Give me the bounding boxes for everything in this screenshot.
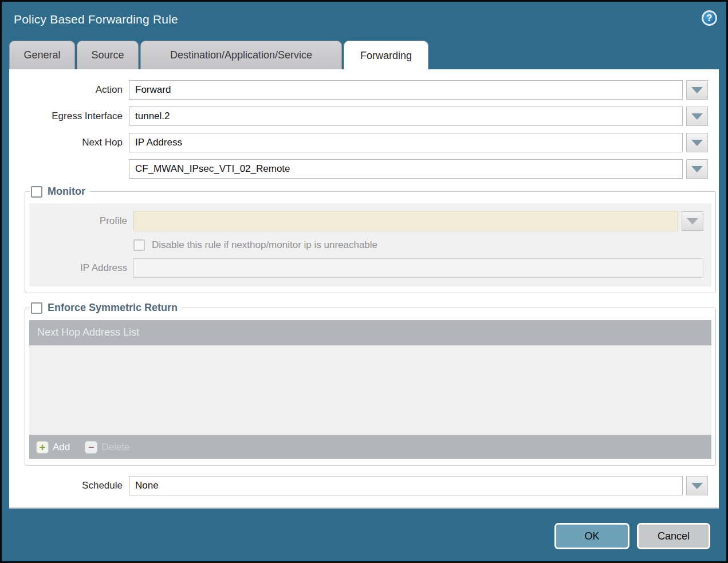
dialog-footer: OK Cancel (554, 523, 710, 549)
egress-interface-label: Egress Interface (9, 111, 123, 122)
action-select[interactable]: Forward (129, 80, 683, 100)
tab-general[interactable]: General (9, 41, 75, 69)
schedule-row: Schedule None (9, 476, 708, 495)
profile-label: Profile (29, 215, 127, 227)
delete-button-label: Delete (101, 442, 129, 453)
help-icon[interactable]: ? (702, 10, 717, 26)
tab-destination-application-service[interactable]: Destination/Application/Service (140, 41, 342, 69)
monitor-disabled-panel: Profile Disable this rule if nexthop/mon… (29, 203, 711, 286)
policy-based-forwarding-dialog: Policy Based Forwarding Rule ? General S… (0, 0, 728, 563)
add-button[interactable]: + Add (36, 441, 70, 454)
chevron-down-icon (691, 166, 703, 172)
next-hop-address-list-body[interactable] (29, 345, 711, 435)
monitor-ip-address-label: IP Address (29, 262, 127, 274)
monitor-ip-address-row: IP Address (29, 258, 703, 278)
next-hop-label: Next Hop (9, 137, 123, 148)
disable-rule-row: Disable this rule if nexthop/monitor ip … (133, 239, 711, 251)
cancel-button[interactable]: Cancel (637, 523, 710, 549)
action-label: Action (9, 84, 123, 96)
monitor-legend: Monitor (30, 186, 90, 198)
profile-dropdown-button (682, 211, 703, 231)
next-hop-address-row: CF_MWAN_IPsec_VTI_02_Remote (9, 159, 708, 179)
next-hop-type-select[interactable]: IP Address (129, 133, 683, 152)
enforce-symmetric-return-checkbox[interactable] (31, 302, 42, 314)
monitor-section: Monitor Profile Disable this rule if nex… (25, 186, 716, 293)
next-hop-address-list-toolbar: + Add − Delete (29, 435, 711, 459)
chevron-down-icon (691, 483, 703, 489)
enforce-legend: Enforce Symmetric Return (30, 302, 182, 314)
next-hop-type-dropdown-button[interactable] (686, 133, 708, 152)
next-hop-address-list-table: Next Hop Address List + Add − Delete (29, 320, 711, 459)
disable-rule-checkbox (133, 239, 145, 251)
dialog-title: Policy Based Forwarding Rule (14, 13, 178, 26)
enforce-symmetric-return-section: Enforce Symmetric Return Next Hop Addres… (25, 302, 716, 466)
ok-button[interactable]: OK (554, 523, 629, 549)
next-hop-address-dropdown-button[interactable] (686, 159, 708, 179)
chevron-down-icon (691, 87, 703, 93)
disable-rule-label: Disable this rule if nexthop/monitor ip … (152, 239, 377, 251)
action-row: Action Forward (9, 80, 708, 100)
next-hop-address-list-header: Next Hop Address List (29, 320, 711, 345)
delete-minus-icon: − (85, 441, 97, 454)
forwarding-tab-panel: Action Forward Egress Interface tunnel.2… (9, 69, 719, 509)
delete-button: − Delete (85, 441, 129, 454)
enforce-legend-label: Enforce Symmetric Return (48, 302, 178, 314)
egress-interface-select[interactable]: tunnel.2 (129, 107, 683, 126)
chevron-down-icon (687, 218, 698, 225)
chevron-down-icon (691, 140, 703, 146)
next-hop-row: Next Hop IP Address (9, 133, 708, 152)
tab-forwarding[interactable]: Forwarding (344, 41, 428, 70)
add-plus-icon: + (36, 441, 49, 454)
monitor-ip-address-input (133, 258, 703, 278)
action-dropdown-button[interactable] (686, 80, 708, 100)
schedule-dropdown-button[interactable] (686, 476, 708, 495)
egress-interface-row: Egress Interface tunnel.2 (9, 107, 708, 126)
profile-select (133, 211, 678, 231)
monitor-legend-label: Monitor (48, 186, 85, 198)
profile-row: Profile (29, 211, 703, 231)
add-button-label: Add (53, 442, 70, 453)
dialog-titlebar: Policy Based Forwarding Rule ? (2, 2, 726, 39)
egress-interface-dropdown-button[interactable] (686, 107, 708, 126)
tab-source[interactable]: Source (77, 41, 139, 69)
tab-bar: General Source Destination/Application/S… (9, 41, 719, 69)
schedule-label: Schedule (9, 480, 123, 491)
monitor-checkbox[interactable] (31, 186, 42, 198)
schedule-select[interactable]: None (129, 476, 683, 495)
chevron-down-icon (691, 113, 703, 120)
next-hop-address-select[interactable]: CF_MWAN_IPsec_VTI_02_Remote (129, 159, 683, 179)
